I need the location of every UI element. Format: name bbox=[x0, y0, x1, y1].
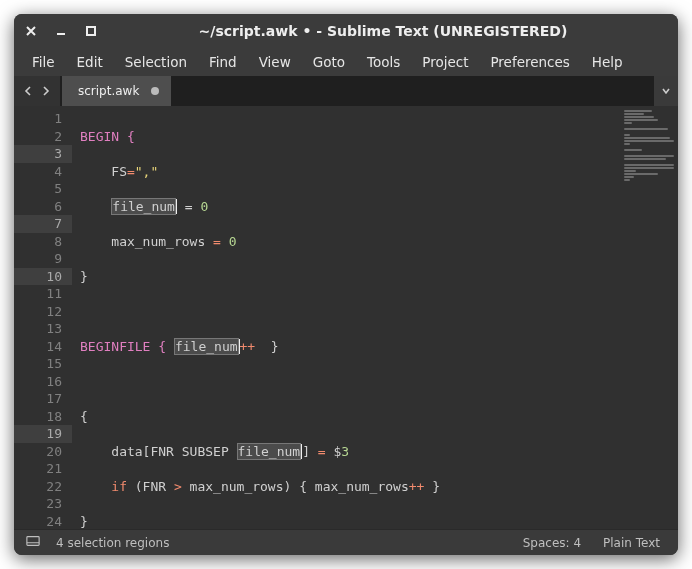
selection: file_num bbox=[174, 338, 239, 355]
status-syntax[interactable]: Plain Text bbox=[597, 536, 666, 550]
app-window: ~/script.awk • - Sublime Text (UNREGISTE… bbox=[14, 14, 678, 555]
panel-switcher-icon[interactable] bbox=[26, 535, 40, 550]
line-number[interactable]: 18 bbox=[14, 408, 62, 426]
line-number[interactable]: 8 bbox=[14, 233, 62, 251]
tab-label: script.awk bbox=[78, 84, 139, 98]
line-number-gutter[interactable]: 1234567891011121314151617181920212223242… bbox=[14, 106, 72, 529]
menu-project[interactable]: Project bbox=[412, 50, 478, 74]
line-number[interactable]: 1 bbox=[14, 110, 62, 128]
editor-area[interactable]: 1234567891011121314151617181920212223242… bbox=[14, 106, 678, 529]
status-indentation[interactable]: Spaces: 4 bbox=[517, 536, 587, 550]
tab-active[interactable]: script.awk bbox=[62, 76, 171, 106]
line-number[interactable]: 7 bbox=[14, 215, 72, 233]
line-number[interactable]: 24 bbox=[14, 513, 62, 530]
menu-find[interactable]: Find bbox=[199, 50, 247, 74]
line-number[interactable]: 10 bbox=[14, 268, 72, 286]
window-title: ~/script.awk • - Sublime Text (UNREGISTE… bbox=[98, 23, 668, 39]
maximize-icon[interactable] bbox=[84, 24, 98, 38]
menubar: File Edit Selection Find View Goto Tools… bbox=[14, 48, 678, 76]
line-number[interactable]: 15 bbox=[14, 355, 62, 373]
menu-edit[interactable]: Edit bbox=[67, 50, 113, 74]
line-number[interactable]: 22 bbox=[14, 478, 62, 496]
window-controls bbox=[24, 24, 98, 38]
line-number[interactable]: 6 bbox=[14, 198, 62, 216]
code-token: BEGIN { bbox=[80, 129, 135, 144]
line-number[interactable]: 19 bbox=[14, 425, 72, 443]
line-number[interactable]: 16 bbox=[14, 373, 62, 391]
line-number[interactable]: 14 bbox=[14, 338, 62, 356]
status-selections[interactable]: 4 selection regions bbox=[50, 536, 175, 550]
line-number[interactable]: 2 bbox=[14, 128, 62, 146]
tab-overflow-icon[interactable] bbox=[654, 76, 678, 106]
selection: file_num bbox=[237, 443, 302, 460]
tabbar: script.awk bbox=[14, 76, 678, 106]
statusbar: 4 selection regions Spaces: 4 Plain Text bbox=[14, 529, 678, 555]
minimize-icon[interactable] bbox=[54, 24, 68, 38]
svg-rect-1 bbox=[27, 537, 39, 546]
line-number[interactable]: 4 bbox=[14, 163, 62, 181]
close-icon[interactable] bbox=[24, 24, 38, 38]
line-number[interactable]: 12 bbox=[14, 303, 62, 321]
minimap[interactable] bbox=[620, 106, 678, 529]
menu-selection[interactable]: Selection bbox=[115, 50, 197, 74]
line-number[interactable]: 5 bbox=[14, 180, 62, 198]
tab-nav bbox=[14, 76, 60, 106]
menu-file[interactable]: File bbox=[22, 50, 65, 74]
line-number[interactable]: 21 bbox=[14, 460, 62, 478]
selection: file_num bbox=[111, 198, 176, 215]
menu-help[interactable]: Help bbox=[582, 50, 633, 74]
line-number[interactable]: 20 bbox=[14, 443, 62, 461]
line-number[interactable]: 3 bbox=[14, 145, 72, 163]
menu-goto[interactable]: Goto bbox=[303, 50, 355, 74]
svg-rect-0 bbox=[87, 27, 95, 35]
menu-tools[interactable]: Tools bbox=[357, 50, 410, 74]
tab-history-back-icon[interactable] bbox=[20, 83, 36, 99]
menu-preferences[interactable]: Preferences bbox=[480, 50, 579, 74]
dirty-indicator-icon bbox=[151, 87, 159, 95]
line-number[interactable]: 17 bbox=[14, 390, 62, 408]
titlebar[interactable]: ~/script.awk • - Sublime Text (UNREGISTE… bbox=[14, 14, 678, 48]
line-number[interactable]: 23 bbox=[14, 495, 62, 513]
code-view[interactable]: BEGIN { FS="," file_num = 0 max_num_rows… bbox=[72, 106, 620, 529]
tab-history-forward-icon[interactable] bbox=[38, 83, 54, 99]
line-number[interactable]: 11 bbox=[14, 285, 62, 303]
menu-view[interactable]: View bbox=[249, 50, 301, 74]
line-number[interactable]: 13 bbox=[14, 320, 62, 338]
line-number[interactable]: 9 bbox=[14, 250, 62, 268]
